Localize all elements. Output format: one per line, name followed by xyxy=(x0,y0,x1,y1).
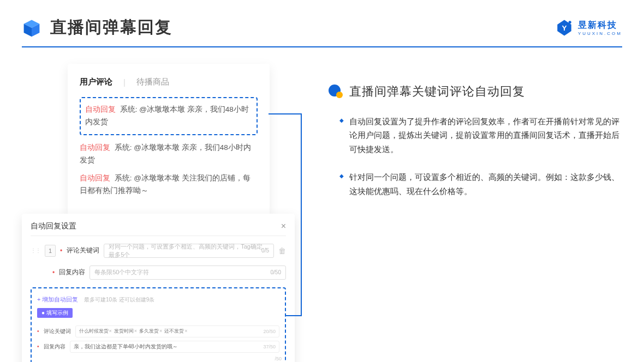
required-dot: • xyxy=(37,343,39,349)
section-head: 直播间弹幕关键词评论自动回复 xyxy=(327,83,622,100)
example-content-row: • 回复内容 亲，我们这边都是下单48小时内发货的哦～ 37/50 xyxy=(37,341,279,353)
header-left: 直播间弹幕回复 xyxy=(22,16,172,39)
highlighted-comment: 自动回复 系统: @冰墩墩本墩 亲亲，我们48小时内发货 xyxy=(80,97,258,135)
settings-title: 自动回复设置 xyxy=(31,221,76,231)
example-content-input[interactable]: 亲，我们这边都是下单48小时内发货的哦～ 37/50 xyxy=(70,341,279,353)
settings-card: 自动回复设置 × ⋮⋮ 1 • 评论关键词 对同一个问题，可设置多个相近、高频的… xyxy=(22,214,295,362)
example-keyword-row: • 评论关键词 什么时候发货× 发货时间× 多久发货× 还不发货× 20/50 xyxy=(37,325,279,337)
brand-name-cn: 昱新科技 xyxy=(578,20,622,31)
content-label: 回复内容 xyxy=(59,268,85,277)
keyword-input[interactable]: 对同一个问题，可设置多个相近、高频的关键词，Tag确定，最多5个 0/5 xyxy=(104,244,274,258)
char-count: 0/5 xyxy=(261,248,269,254)
required-dot: • xyxy=(52,269,55,276)
cube-icon xyxy=(22,18,41,38)
tag-count: 20/50 xyxy=(263,329,276,334)
required-dot: • xyxy=(60,247,62,255)
add-reply-hint: 最多可建10条 还可以创建9条 xyxy=(84,297,154,303)
close-icon[interactable]: × xyxy=(281,221,286,231)
tag: 发货时间× xyxy=(114,328,137,335)
tabs: 用户评论 | 待播商品 xyxy=(80,77,258,87)
drag-handle-icon[interactable]: ⋮⋮ xyxy=(31,248,40,254)
comment-row: 自动回复 系统: @冰墩墩本墩 亲亲，我们48小时内发货 xyxy=(80,142,258,167)
header: 直播间弹幕回复 Y 昱新科技 YUUXIN.COM xyxy=(0,0,644,39)
auto-reply-tag: 自动回复 xyxy=(85,105,116,113)
bullet-item: 自动回复设置为了提升作者的评论回复效率，作者可在开播前针对常见的评论用户问题，提… xyxy=(339,115,622,156)
tag: 还不发货× xyxy=(164,328,187,335)
comment-row: 自动回复 系统: @冰墩墩本墩 关注我们的店铺，每日都有热门推荐呦～ xyxy=(80,172,258,197)
svg-point-6 xyxy=(336,92,343,98)
bullet-item: 针对同一个问题，可设置多个相近的、高频的关键词。例如：这款多少钱、这块能优惠吗、… xyxy=(339,171,622,198)
tab-separator: | xyxy=(123,77,126,87)
svg-text:Y: Y xyxy=(562,24,567,32)
brand-icon: Y xyxy=(555,19,574,37)
page-title: 直播间弹幕回复 xyxy=(50,16,172,39)
example-badge: ● 填写示例 xyxy=(37,308,73,318)
example-content-label: 回复内容 xyxy=(44,343,65,351)
example-keyword-input[interactable]: 什么时候发货× 发货时间× 多久发货× 还不发货× 20/50 xyxy=(75,325,279,337)
comments-card: 用户评论 | 待播商品 自动回复 系统: @冰墩墩本墩 亲亲，我们48小时内发货… xyxy=(68,64,270,216)
tab-user-comments[interactable]: 用户评论 xyxy=(80,77,112,87)
screenshot-column: 用户评论 | 待播商品 自动回复 系统: @冰墩墩本墩 亲亲，我们48小时内发货… xyxy=(22,64,306,362)
bullet-list: 自动回复设置为了提升作者的评论回复效率，作者可在开播前针对常见的评论用户问题，提… xyxy=(327,115,622,198)
tab-pending-goods[interactable]: 待播商品 xyxy=(136,77,169,87)
auto-reply-tag: 自动回复 xyxy=(80,174,110,182)
delete-icon[interactable]: 🗑 xyxy=(278,246,286,255)
trailing-count: /50 xyxy=(275,356,282,361)
form-row-keyword: ⋮⋮ 1 • 评论关键词 对同一个问题，可设置多个相近、高频的关键词，Tag确定… xyxy=(31,244,286,258)
tag: 什么时候发货× xyxy=(79,328,112,335)
section-title: 直播间弹幕关键词评论自动回复 xyxy=(349,83,525,100)
char-count: 0/50 xyxy=(271,269,281,275)
svg-point-4 xyxy=(569,21,571,23)
keyword-label: 评论关键词 xyxy=(67,246,99,255)
index-box: 1 xyxy=(45,245,56,257)
required-dot: • xyxy=(37,328,39,334)
char-count: 37/50 xyxy=(263,344,276,349)
example-keyword-label: 评论关键词 xyxy=(44,328,71,335)
bubble-icon xyxy=(327,83,344,100)
brand-logo: Y 昱新科技 YUUXIN.COM xyxy=(555,19,622,37)
auto-reply-tag: 自动回复 xyxy=(80,143,110,152)
add-reply-link[interactable]: + 增加自动回复 xyxy=(37,295,78,304)
brand-name-en: YUUXIN.COM xyxy=(578,31,622,36)
example-box: + 增加自动回复 最多可建10条 还可以创建9条 ● 填写示例 • 评论关键词 … xyxy=(31,287,286,362)
description-column: 直播间弹幕关键词评论自动回复 自动回复设置为了提升作者的评论回复效率，作者可在开… xyxy=(327,64,622,362)
content-input[interactable]: 每条限50个中文字符 0/50 xyxy=(90,266,286,280)
form-row-content: • 回复内容 每条限50个中文字符 0/50 xyxy=(52,266,286,280)
tag: 多久发货× xyxy=(139,328,162,335)
